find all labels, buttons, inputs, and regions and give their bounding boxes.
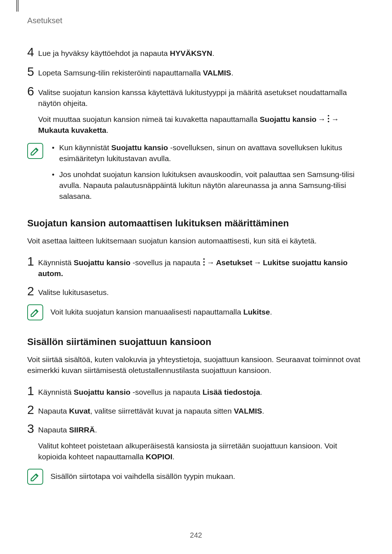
- list-item: Jos unohdat suojatun kansion lukituksen …: [50, 169, 365, 202]
- note-body: Sisällön siirtotapa voi vaihdella sisäll…: [50, 468, 365, 482]
- arrow: →: [252, 257, 263, 268]
- step-body: Napauta Kuvat, valitse siirrettävät kuva…: [38, 403, 365, 416]
- page-tab-mark: [16, 0, 19, 12]
- text: -sovellus ja napauta: [130, 388, 202, 396]
- bold-text: Lukitse: [243, 308, 270, 316]
- document-page: Asetukset 4 Lue ja hyväksy käyttöehdot j…: [0, 0, 392, 554]
- lead-text: Voit siirtää sisältöä, kuten valokuvia j…: [27, 354, 365, 376]
- bold-text: Suojattu kansio: [260, 115, 317, 123]
- step-1: 1 Käynnistä Suojattu kansio -sovellus ja…: [27, 385, 365, 398]
- lead-text: Voit asettaa laitteen lukitsemaan suojat…: [27, 235, 365, 246]
- step-2: 2 Napauta Kuvat, valitse siirrettävät ku…: [27, 403, 365, 416]
- step-number: 5: [27, 65, 38, 78]
- step-body: Käynnistä Suojattu kansio -sovellus ja n…: [38, 385, 365, 398]
- text: Napauta: [38, 407, 69, 415]
- arrow: →: [205, 257, 216, 268]
- note-block: Sisällön siirtotapa voi vaihdella sisäll…: [27, 468, 365, 485]
- note-icon: [27, 304, 43, 320]
- text: .: [270, 308, 272, 316]
- text: Käynnistä: [38, 258, 74, 267]
- note-block: Kun käynnistät Suojattu kansio -sovelluk…: [27, 142, 365, 202]
- list-item: Kun käynnistät Suojattu kansio -sovelluk…: [50, 142, 365, 164]
- step-body: Valitse suojatun kansion kanssa käytettä…: [38, 85, 365, 136]
- bold-text: VALMIS: [203, 69, 231, 77]
- bold-text: Suojattu kansio: [74, 388, 130, 396]
- step-6: 6 Valitse suojatun kansion kanssa käytet…: [27, 85, 365, 136]
- text: Lopeta Samsung-tilin rekisteröinti napau…: [38, 69, 203, 77]
- step-number: 3: [27, 422, 38, 435]
- text: .: [106, 126, 109, 134]
- step-number: 2: [27, 403, 38, 416]
- note-icon: [27, 469, 43, 485]
- more-options-icon: [327, 115, 330, 123]
- text: Voit muuttaa suojatun kansion nimeä tai …: [38, 115, 260, 123]
- text: Valitse lukitusasetus.: [38, 287, 365, 298]
- text: .: [212, 49, 215, 57]
- step-number: 6: [27, 85, 38, 97]
- step-body: Käynnistä Suojattu kansio -sovellus ja n…: [38, 255, 365, 279]
- step-number: 1: [27, 255, 38, 267]
- text: Voit lukita suojatun kansion manuaalises…: [50, 308, 243, 316]
- text: Valitut kohteet poistetaan alkuperäisest…: [38, 442, 337, 461]
- bold-text: Asetukset: [216, 258, 252, 267]
- arrow: →: [330, 114, 340, 125]
- step-3: 3 Napauta SIIRRÄ. Valitut kohteet poiste…: [27, 422, 365, 462]
- text: .: [231, 69, 233, 77]
- step-2: 2 Valitse lukitusasetus.: [27, 285, 365, 298]
- note-icon: [27, 143, 43, 159]
- note-block: Voit lukita suojatun kansion manuaalises…: [27, 304, 365, 320]
- text: -sovellus ja napauta: [130, 258, 202, 267]
- step-body: Lue ja hyväksy käyttöehdot ja napauta HY…: [38, 46, 365, 59]
- step-4: 4 Lue ja hyväksy käyttöehdot ja napauta …: [27, 46, 365, 59]
- text: .: [260, 388, 262, 396]
- bold-text: VALMIS: [234, 407, 262, 415]
- section-heading: Suojatun kansion automaattisen lukitukse…: [27, 218, 365, 229]
- bold-text: Mukauta kuvaketta: [38, 126, 106, 134]
- bold-text: Kuvat: [69, 407, 90, 415]
- more-options-icon: [203, 258, 205, 266]
- step-number: 4: [27, 46, 38, 58]
- page-number: 242: [0, 531, 392, 539]
- text: Napauta: [38, 426, 69, 434]
- step-5: 5 Lopeta Samsung-tilin rekisteröinti nap…: [27, 65, 365, 78]
- text: Käynnistä: [38, 388, 74, 396]
- bold-text: KOPIOI: [146, 452, 173, 461]
- bold-text: Suojattu kansio: [74, 258, 130, 267]
- text: Lue ja hyväksy käyttöehdot ja napauta: [38, 49, 170, 57]
- step-body: Valitse lukitusasetus.: [38, 285, 365, 298]
- text: Kun käynnistät: [59, 143, 111, 152]
- step-number: 2: [27, 285, 38, 297]
- arrow: →: [317, 114, 327, 125]
- step-number: 1: [27, 385, 38, 397]
- bold-text: Lisää tiedostoja: [203, 388, 260, 396]
- text: .: [262, 407, 264, 415]
- section-heading: Sisällön siirtäminen suojattuun kansioon: [27, 336, 365, 348]
- step-body: Napauta SIIRRÄ. Valitut kohteet poisteta…: [38, 422, 365, 462]
- step-1: 1 Käynnistä Suojattu kansio -sovellus ja…: [27, 255, 365, 279]
- text: , valitse siirrettävät kuvat ja napauta …: [90, 407, 234, 415]
- bold-text: Suojattu kansio: [111, 143, 168, 152]
- bold-text: SIIRRÄ: [69, 426, 95, 434]
- note-body: Kun käynnistät Suojattu kansio -sovelluk…: [50, 142, 365, 202]
- step-body: Lopeta Samsung-tilin rekisteröinti napau…: [38, 65, 365, 78]
- text: .: [172, 452, 175, 461]
- text: .: [95, 426, 97, 434]
- note-body: Voit lukita suojatun kansion manuaalises…: [50, 304, 365, 317]
- bold-text: HYVÄKSYN: [170, 49, 212, 57]
- header-title: Asetukset: [27, 16, 365, 25]
- text: Valitse suojatun kansion kanssa käytettä…: [38, 87, 365, 109]
